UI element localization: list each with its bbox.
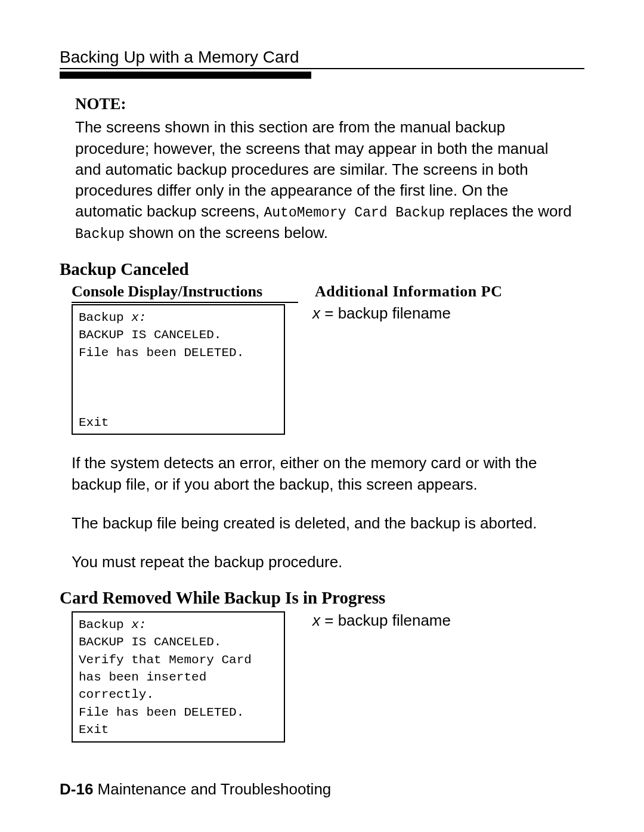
console2-line2: BACKUP IS CANCELED. bbox=[79, 633, 278, 651]
footer-label: Maintenance and Troubleshooting bbox=[93, 780, 331, 798]
console-row-1: Backup x: BACKUP IS CANCELED. File has b… bbox=[72, 304, 584, 435]
para-file-deleted: The backup file being created is deleted… bbox=[72, 513, 572, 534]
side2-text: = backup filename bbox=[320, 611, 451, 629]
console2-line3: Verify that Memory Card bbox=[79, 651, 278, 669]
side2-var: x bbox=[312, 611, 320, 629]
para-repeat: You must repeat the backup procedure. bbox=[72, 552, 572, 573]
console-row-2: Backup x: BACKUP IS CANCELED. Verify tha… bbox=[72, 611, 584, 743]
side1-var: x bbox=[312, 304, 320, 322]
console1-line1b: x: bbox=[131, 311, 146, 324]
console2-line6: File has been DELETED. bbox=[79, 704, 278, 721]
console2-line4: has been inserted bbox=[79, 669, 278, 686]
side-note-2: x = backup filename bbox=[285, 611, 584, 743]
page: Backing Up with a Memory Card NOTE: The … bbox=[0, 0, 644, 832]
side-note-1: x = backup filename bbox=[285, 304, 584, 435]
console2-line5: correctly. bbox=[79, 686, 278, 703]
note-block: NOTE: The screens shown in this section … bbox=[75, 93, 572, 244]
section-header: Backing Up with a Memory Card bbox=[60, 48, 584, 67]
note-mono-2: Backup bbox=[75, 227, 125, 242]
col-header-additional: Additional Information PC bbox=[298, 283, 584, 303]
console1-line1a: Backup bbox=[79, 311, 131, 324]
side1-text: = backup filename bbox=[320, 304, 451, 322]
heading-card-removed: Card Removed While Backup Is in Progress bbox=[60, 588, 584, 608]
heading-backup-canceled: Backup Canceled bbox=[60, 259, 584, 279]
col-header-console: Console Display/Instructions bbox=[72, 283, 298, 303]
para-error-detect: If the system detects an error, either o… bbox=[72, 453, 572, 494]
note-mono-1: AutoMemory Card Backup bbox=[264, 205, 445, 221]
console1-exit: Exit bbox=[79, 414, 278, 431]
console2-line1b: x: bbox=[131, 618, 146, 632]
column-headers: Console Display/Instructions Additional … bbox=[72, 283, 584, 303]
note-body-mid: replaces the word bbox=[445, 202, 571, 220]
page-footer: D-16 Maintenance and Troubleshooting bbox=[60, 780, 331, 799]
note-body-post: shown on the screens below. bbox=[125, 224, 328, 242]
note-body: The screens shown in this section are fr… bbox=[75, 118, 572, 241]
console1-line3: File has been DELETED. bbox=[79, 344, 278, 361]
note-label: NOTE: bbox=[75, 93, 572, 115]
footer-page-num: D-16 bbox=[60, 780, 93, 798]
header-rule bbox=[60, 68, 584, 78]
console1-line2: BACKUP IS CANCELED. bbox=[79, 326, 278, 344]
console2-line1a: Backup bbox=[79, 618, 131, 632]
console2-exit: Exit bbox=[79, 721, 278, 738]
console-display-2: Backup x: BACKUP IS CANCELED. Verify tha… bbox=[72, 611, 285, 743]
console-display-1: Backup x: BACKUP IS CANCELED. File has b… bbox=[72, 304, 285, 435]
